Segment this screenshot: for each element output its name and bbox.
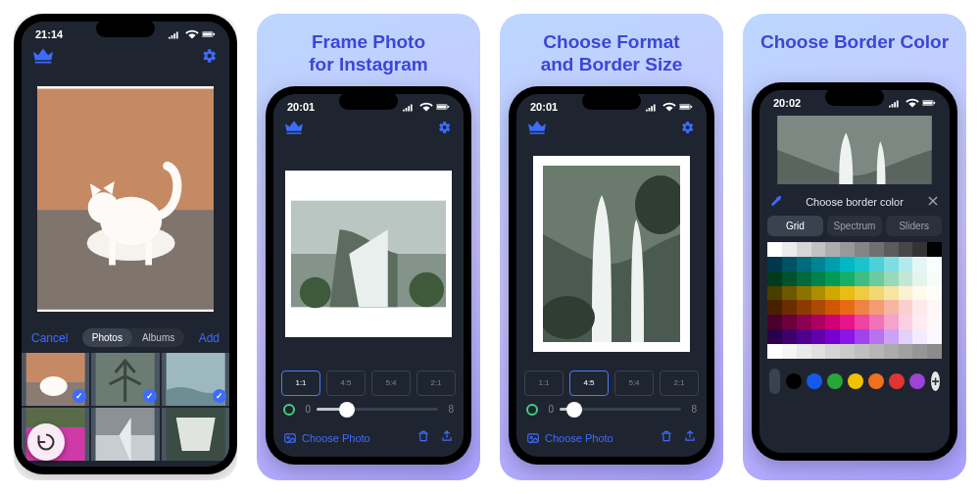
color-swatch[interactable] <box>884 242 899 257</box>
color-swatch[interactable] <box>855 300 869 315</box>
color-swatch[interactable] <box>884 329 899 344</box>
color-swatch[interactable] <box>811 329 826 344</box>
color-swatch[interactable] <box>899 329 913 344</box>
crown-icon[interactable] <box>285 121 303 138</box>
color-swatch[interactable] <box>825 315 840 329</box>
color-swatch[interactable] <box>912 344 927 359</box>
color-swatch[interactable] <box>855 329 869 344</box>
delete-icon[interactable] <box>660 429 673 447</box>
color-swatch[interactable] <box>927 300 942 315</box>
share-icon[interactable] <box>440 429 454 447</box>
color-swatch[interactable] <box>811 344 826 359</box>
color-swatch[interactable] <box>884 286 899 301</box>
color-swatch[interactable] <box>767 344 782 359</box>
color-swatch[interactable] <box>855 344 869 359</box>
settings-icon[interactable] <box>679 120 695 139</box>
color-swatch[interactable] <box>899 257 913 272</box>
tab-spectrum[interactable]: Spectrum <box>827 216 883 236</box>
settings-icon[interactable] <box>436 120 452 139</box>
color-swatch[interactable] <box>912 242 927 257</box>
ratio-4-5[interactable]: 4:5 <box>569 370 609 396</box>
color-swatch[interactable] <box>884 300 899 315</box>
tab-grid[interactable]: Grid <box>767 216 823 236</box>
color-swatch[interactable] <box>797 272 811 286</box>
color-swatch[interactable] <box>840 257 855 272</box>
color-swatch[interactable] <box>884 344 899 359</box>
color-swatch[interactable] <box>797 257 811 272</box>
color-swatch[interactable] <box>825 257 840 272</box>
color-swatch[interactable] <box>869 315 884 329</box>
color-swatch[interactable] <box>797 242 811 257</box>
choose-photo-button[interactable]: Choose Photo <box>526 431 613 445</box>
preset-color-dot[interactable] <box>807 373 822 389</box>
color-swatch[interactable] <box>855 315 869 329</box>
color-swatch[interactable] <box>797 300 811 315</box>
color-swatch[interactable] <box>855 286 869 301</box>
tab-albums[interactable]: Albums <box>132 328 184 347</box>
color-swatch[interactable] <box>797 329 811 344</box>
add-button[interactable]: Add <box>199 331 220 345</box>
ratio-4-5[interactable]: 4:5 <box>326 370 366 396</box>
color-swatch[interactable] <box>825 272 840 286</box>
color-swatch[interactable] <box>840 315 855 329</box>
color-swatch[interactable] <box>927 315 942 329</box>
color-swatch[interactable] <box>912 300 927 315</box>
color-swatch[interactable] <box>884 272 899 286</box>
color-swatch[interactable] <box>767 242 782 257</box>
tab-photos[interactable]: Photos <box>82 328 132 347</box>
color-swatch[interactable] <box>927 257 942 272</box>
color-swatch[interactable] <box>811 257 826 272</box>
color-swatch[interactable] <box>767 257 782 272</box>
ratio-5-4[interactable]: 5:4 <box>614 370 654 396</box>
color-swatch[interactable] <box>840 286 855 301</box>
color-swatch[interactable] <box>811 286 826 301</box>
thumb-3[interactable] <box>162 353 229 406</box>
color-swatch[interactable] <box>840 329 855 344</box>
color-swatch[interactable] <box>767 300 782 315</box>
color-swatch[interactable] <box>840 300 855 315</box>
eyedropper-icon[interactable] <box>769 194 783 210</box>
color-swatch[interactable] <box>884 257 899 272</box>
color-swatch[interactable] <box>927 286 942 301</box>
color-swatch[interactable] <box>825 286 840 301</box>
color-swatch[interactable] <box>825 242 840 257</box>
current-color-swatch[interactable] <box>769 369 780 394</box>
color-swatch[interactable] <box>782 329 797 344</box>
color-swatch[interactable] <box>912 257 927 272</box>
color-swatch[interactable] <box>855 242 869 257</box>
cancel-button[interactable]: Cancel <box>31 331 68 345</box>
color-swatch[interactable] <box>899 242 913 257</box>
slider-track[interactable] <box>317 408 438 411</box>
close-icon[interactable] <box>926 194 940 210</box>
color-swatch[interactable] <box>912 286 927 301</box>
preset-color-dot[interactable] <box>786 373 802 389</box>
color-swatch[interactable] <box>811 300 826 315</box>
tab-sliders[interactable]: Sliders <box>886 216 942 236</box>
color-swatch[interactable] <box>912 272 927 286</box>
color-swatch[interactable] <box>869 344 884 359</box>
color-swatch[interactable] <box>767 329 782 344</box>
color-swatch[interactable] <box>869 272 884 286</box>
color-swatch[interactable] <box>927 344 942 359</box>
color-swatch[interactable] <box>855 257 869 272</box>
ratio-1-1[interactable]: 1:1 <box>524 370 564 396</box>
color-swatch[interactable] <box>767 315 782 329</box>
color-ring-icon[interactable] <box>283 404 295 416</box>
color-swatch[interactable] <box>782 300 797 315</box>
color-swatch[interactable] <box>855 272 869 286</box>
color-swatch[interactable] <box>869 242 884 257</box>
settings-icon[interactable] <box>200 47 218 69</box>
choose-photo-button[interactable]: Choose Photo <box>283 431 370 445</box>
color-swatch[interactable] <box>840 272 855 286</box>
preset-color-dot[interactable] <box>827 373 843 389</box>
color-swatch[interactable] <box>782 286 797 301</box>
thumb-2[interactable] <box>91 353 159 406</box>
color-swatch[interactable] <box>825 344 840 359</box>
color-swatch[interactable] <box>767 286 782 301</box>
crown-icon[interactable] <box>33 48 53 68</box>
color-swatch[interactable] <box>869 286 884 301</box>
color-swatch[interactable] <box>797 344 811 359</box>
color-swatch[interactable] <box>869 300 884 315</box>
thumb-6[interactable] <box>162 408 229 461</box>
add-color-button[interactable]: + <box>931 371 940 391</box>
